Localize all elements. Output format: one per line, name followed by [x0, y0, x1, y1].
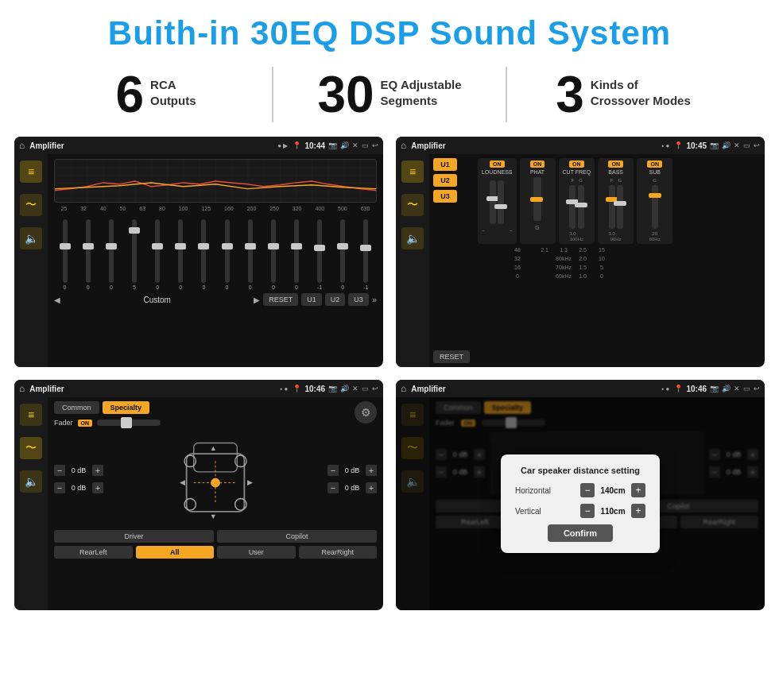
phat-on[interactable]: ON	[530, 160, 545, 168]
next-arrow[interactable]: ▶	[254, 296, 260, 304]
bass-slider-g[interactable]	[617, 185, 623, 229]
volume-icon-4: 🔊	[722, 385, 731, 393]
loudness-slider-1[interactable]	[490, 180, 496, 224]
fader-thumb[interactable]	[121, 417, 132, 428]
eq-slider-4[interactable]: 5	[123, 219, 145, 290]
speaker-layout: − 0 dB + − 0 dB +	[54, 431, 377, 527]
confirm-button[interactable]: Confirm	[548, 524, 613, 542]
eq-slider-14[interactable]: -1	[355, 219, 377, 290]
loudness-slider-2[interactable]	[498, 180, 504, 224]
reset-button[interactable]: RESET	[263, 293, 298, 306]
close-icon-3: ✕	[352, 385, 358, 393]
eq-slider-10[interactable]: 0	[262, 219, 284, 290]
home-icon-2: ⌂	[401, 140, 406, 151]
vertical-value: 110cm	[598, 507, 628, 516]
driver-button[interactable]: Driver	[54, 530, 214, 543]
eq-slider-12[interactable]: -1	[309, 219, 331, 290]
screen3-bottom-buttons: Driver Copilot	[54, 530, 377, 543]
eq-frequency-labels: 25 32 40 50 63 80 100 125 160 200 250 32…	[54, 206, 377, 211]
u2-button[interactable]: U2	[325, 293, 346, 306]
eq-slider-11[interactable]: 0	[285, 219, 307, 290]
stat-eq: 30 EQ AdjustableSegments	[281, 69, 498, 120]
preset-u2[interactable]: U2	[433, 174, 457, 187]
u1-button[interactable]: U1	[301, 293, 322, 306]
bass-on[interactable]: ON	[608, 160, 623, 168]
vol-rl-plus[interactable]: +	[92, 482, 103, 493]
left-controls: − 0 dB + − 0 dB +	[54, 465, 103, 493]
close-icon-2: ✕	[734, 141, 740, 149]
freq-80: 80	[159, 206, 165, 211]
vertical-label: Vertical	[515, 507, 541, 516]
eq-bottom-bar: ◀ Custom ▶ RESET U1 U2 U3 »	[54, 293, 377, 306]
u3-button[interactable]: U3	[348, 293, 369, 306]
vol-rr-value: 0 dB	[341, 484, 363, 492]
phat-slider[interactable]	[533, 177, 541, 221]
horizontal-minus[interactable]: −	[580, 483, 595, 497]
preset-u3[interactable]: U3	[433, 190, 457, 203]
vol-fl-plus[interactable]: +	[92, 465, 103, 476]
copilot-button[interactable]: Copilot	[217, 530, 377, 543]
preset-u1[interactable]: U1	[433, 158, 457, 171]
cutfreq-on[interactable]: ON	[569, 160, 584, 168]
sub-slider-g[interactable]	[652, 185, 658, 229]
screen-eq: ⌂ Amplifier ● ▶ 📍 10:44 📷 🔊 ✕ ▭ ↩ ≡ 〜 🔈	[14, 137, 383, 367]
cutfreq-label: CUT FREQ	[563, 169, 591, 175]
vertical-minus[interactable]: −	[580, 504, 595, 518]
wave-icon[interactable]: 〜	[20, 194, 42, 216]
rearright-button[interactable]: RearRight	[299, 546, 378, 559]
eq-slider-1[interactable]: 0	[54, 219, 76, 290]
tab-common[interactable]: Common	[54, 401, 99, 414]
fader-track[interactable]	[97, 420, 161, 426]
cutfreq-slider-g[interactable]	[578, 185, 584, 229]
speaker-icon[interactable]: 🔈	[20, 227, 42, 249]
eq-slider-8[interactable]: 0	[216, 219, 238, 290]
speaker-icon-2[interactable]: 🔈	[401, 227, 424, 249]
freq-25: 25	[60, 206, 67, 211]
vol-fr-minus[interactable]: −	[327, 465, 339, 476]
fader-label: Fader	[54, 419, 73, 427]
loudness-on[interactable]: ON	[490, 160, 505, 168]
user-button[interactable]: User	[217, 546, 296, 559]
page-header: Buith-in 30EQ DSP Sound System	[0, 0, 779, 60]
tab-specialty[interactable]: Specialty	[103, 401, 150, 414]
all-button[interactable]: All	[136, 546, 215, 559]
vol-rr-plus[interactable]: +	[366, 482, 377, 493]
eq-icon-3[interactable]: ≡	[20, 404, 42, 426]
screen2-main: U1 U2 U3 RESET ON LOUDNESS	[429, 154, 765, 367]
wave-icon-3[interactable]: 〜	[20, 437, 42, 459]
screen3-title: Amplifier	[29, 385, 275, 393]
svg-text:◀: ◀	[180, 478, 185, 486]
bass-slider-f[interactable]	[609, 185, 615, 229]
car-svg: ▲ ▼ ◀ ▶	[176, 431, 255, 527]
screen2-reset[interactable]: RESET	[433, 350, 470, 363]
eq-slider-13[interactable]: 0	[332, 219, 354, 290]
eq-icon[interactable]: ≡	[20, 160, 42, 183]
sub-on[interactable]: ON	[647, 160, 662, 168]
rearleft-button[interactable]: RearLeft	[54, 546, 133, 559]
prev-arrow[interactable]: ◀	[54, 296, 60, 304]
preset-label: Custom	[64, 296, 250, 304]
eq-slider-7[interactable]: 0	[193, 219, 215, 290]
wave-icon-2[interactable]: 〜	[401, 194, 424, 216]
settings-icon[interactable]: ⚙	[355, 401, 377, 423]
eq-slider-3[interactable]: 0	[100, 219, 122, 290]
minimize-icon-4: ▭	[743, 385, 750, 393]
eq-slider-2[interactable]: 0	[77, 219, 99, 290]
back-icon-2: ↩	[754, 141, 760, 149]
vol-rl-minus[interactable]: −	[54, 482, 65, 493]
fader-on-badge[interactable]: ON	[78, 420, 93, 427]
vol-rr-minus[interactable]: −	[327, 482, 339, 493]
horizontal-row: Horizontal − 140cm +	[515, 483, 645, 497]
speaker-icon-3[interactable]: 🔈	[20, 470, 42, 493]
eq-scale-row: 48 2.1 1.3 2.5 15	[478, 247, 761, 253]
vol-fl-minus[interactable]: −	[54, 465, 65, 476]
screen1-bar-icons: 📍 10:44 📷 🔊 ✕ ▭ ↩	[293, 141, 378, 150]
eq-slider-9[interactable]: 0	[239, 219, 261, 290]
screen3-dots: ▪ ●	[281, 385, 289, 393]
eq-slider-6[interactable]: 0	[170, 219, 192, 290]
eq-slider-5[interactable]: 0	[147, 219, 169, 290]
horizontal-plus[interactable]: +	[631, 483, 645, 497]
vol-fr-plus[interactable]: +	[366, 465, 377, 476]
eq-icon-2[interactable]: ≡	[401, 160, 424, 183]
vertical-plus[interactable]: +	[631, 504, 645, 518]
